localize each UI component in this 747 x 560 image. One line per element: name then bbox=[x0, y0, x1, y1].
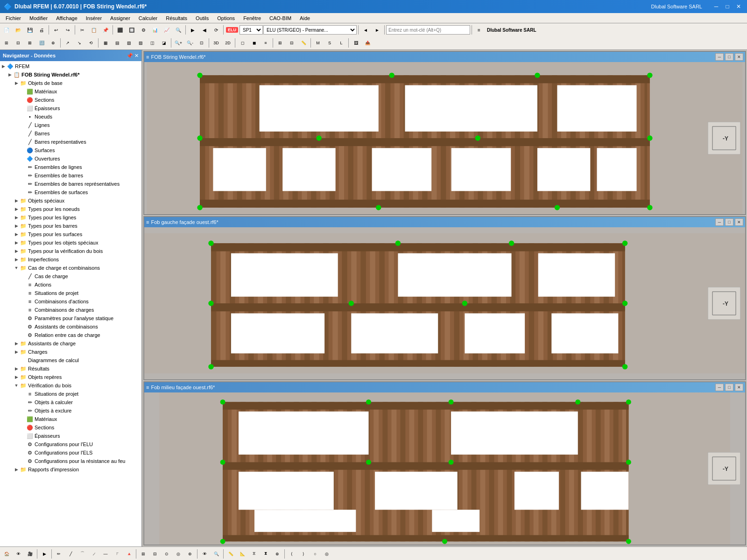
tree-item-7[interactable]: ╱Lignes bbox=[0, 121, 141, 129]
tree-item-15[interactable]: ✏Ensembles de surfaces bbox=[0, 188, 141, 196]
tb2-2d[interactable]: 2D bbox=[222, 38, 233, 48]
menu-affichage[interactable]: Affichage bbox=[52, 14, 81, 23]
tb2-btn4[interactable]: 🔢 bbox=[36, 38, 47, 48]
tb2-material[interactable]: M bbox=[312, 38, 324, 48]
tb-btn12[interactable]: ⟳ bbox=[211, 25, 222, 35]
bt-view2[interactable]: 🔍 bbox=[211, 549, 222, 559]
tb2-btn2[interactable]: ⊟ bbox=[13, 38, 24, 48]
tree-item-11[interactable]: 🔷Ouvertures bbox=[0, 154, 141, 163]
tree-item-26[interactable]: ≡Actions bbox=[0, 280, 141, 289]
tb2-snap[interactable]: ⊞ bbox=[275, 38, 286, 48]
menu-outils[interactable]: Outils bbox=[192, 14, 212, 23]
bt-nav1[interactable]: ⟨ bbox=[286, 549, 297, 559]
tb2-zoom-out[interactable]: 🔍- bbox=[184, 38, 196, 48]
tb-btn6[interactable]: ⚙ bbox=[138, 25, 149, 35]
tb2-grid[interactable]: ⊟ bbox=[286, 38, 297, 48]
bt-draw4[interactable]: ⟋ bbox=[88, 549, 99, 559]
tree-item-13[interactable]: ✏Ensembles de barres bbox=[0, 171, 141, 180]
bt-btn1[interactable]: 🏠 bbox=[1, 549, 12, 559]
tb-btn9[interactable]: 🔍 bbox=[173, 25, 184, 35]
tree-item-18[interactable]: ▶📁Types pour les lignes bbox=[0, 213, 141, 222]
menu-cao-bim[interactable]: CAO-BIM bbox=[266, 14, 295, 23]
tree-item-8[interactable]: ╱Barres bbox=[0, 129, 141, 138]
sw-minimize-2[interactable]: ─ bbox=[715, 218, 724, 226]
tree-item-36[interactable]: ▶📁Résultats bbox=[0, 364, 141, 373]
tb-btn5[interactable]: 🔲 bbox=[126, 25, 137, 35]
tb-btn10[interactable]: ▶ bbox=[187, 25, 198, 35]
tb2-render[interactable]: 🖼 bbox=[350, 38, 361, 48]
tb-copy[interactable]: 📋 bbox=[88, 25, 99, 35]
tree-item-32[interactable]: ⚙Relation entre cas de charge bbox=[0, 331, 141, 339]
sw-minimize-3[interactable]: ─ bbox=[715, 384, 724, 391]
sw-close-2[interactable]: ✕ bbox=[735, 218, 743, 226]
bt-draw1[interactable]: ✏ bbox=[53, 549, 64, 559]
tree-item-33[interactable]: ▶📁Assistants de charge bbox=[0, 339, 141, 348]
bt-modify3[interactable]: ⊙ bbox=[161, 549, 172, 559]
tree-item-12[interactable]: ✏Ensembles de lignes bbox=[0, 163, 141, 171]
tree-item-17[interactable]: ▶📁Types pour les noeuds bbox=[0, 205, 141, 213]
tree-item-2[interactable]: ▶📁Objets de base bbox=[0, 79, 141, 87]
bt-modify4[interactable]: ◎ bbox=[173, 549, 184, 559]
tree-item-1[interactable]: ▶📋FOB Stiring Wendel.rf6* bbox=[0, 70, 141, 79]
tree-item-44[interactable]: ⬜Épaisseurs bbox=[0, 432, 141, 440]
bt-draw6[interactable]: ⟌ bbox=[112, 549, 123, 559]
tree-item-35[interactable]: Diagrammes de calcul bbox=[0, 356, 141, 364]
search-input[interactable] bbox=[386, 25, 470, 35]
bt-draw5[interactable]: — bbox=[100, 549, 111, 559]
tb2-btn14[interactable]: ◪ bbox=[158, 38, 169, 48]
menu-fichier[interactable]: Fichier bbox=[2, 14, 25, 23]
maximize-button[interactable]: □ bbox=[723, 2, 732, 11]
tb-new[interactable]: 📄 bbox=[1, 25, 12, 35]
menu-options[interactable]: Options bbox=[213, 14, 239, 23]
tb-arrow-next[interactable]: ► bbox=[372, 25, 383, 35]
tree-item-43[interactable]: 🔴Sections bbox=[0, 423, 141, 432]
tree-item-19[interactable]: ▶📁Types pour les barres bbox=[0, 222, 141, 230]
tb2-btn9[interactable]: ▦ bbox=[100, 38, 111, 48]
tree-item-10[interactable]: 🔵Surfaces bbox=[0, 146, 141, 154]
bt-meas3[interactable]: ⧖ bbox=[248, 549, 260, 559]
sw-maximize-2[interactable]: □ bbox=[725, 218, 733, 226]
bt-select[interactable]: ▶ bbox=[39, 549, 50, 559]
tb-save[interactable]: 💾 bbox=[24, 25, 35, 35]
tb2-hide[interactable]: ◻ bbox=[237, 38, 248, 48]
sw-maximize-3[interactable]: □ bbox=[725, 384, 733, 391]
tb-cut[interactable]: ✂ bbox=[77, 25, 88, 35]
close-button[interactable]: ✕ bbox=[734, 2, 743, 11]
bt-draw2[interactable]: ╱ bbox=[65, 549, 76, 559]
tb2-section[interactable]: S bbox=[324, 38, 335, 48]
tree-item-30[interactable]: ⚙Paramètres pour l'analyse statique bbox=[0, 314, 141, 322]
tree-item-40[interactable]: ✏Objets à calculer bbox=[0, 398, 141, 406]
tb2-load[interactable]: L bbox=[336, 38, 347, 48]
tree-item-4[interactable]: 🔴Sections bbox=[0, 96, 141, 104]
tb-redo[interactable]: ↪ bbox=[62, 25, 73, 35]
nav-pin-button[interactable]: 📌 bbox=[127, 53, 133, 59]
tb2-btn7[interactable]: ↘ bbox=[74, 38, 85, 48]
tb2-btn6[interactable]: ↗ bbox=[62, 38, 73, 48]
tb2-btn8[interactable]: ⟲ bbox=[85, 38, 97, 48]
tb-undo[interactable]: ↩ bbox=[50, 25, 62, 35]
bt-nav4[interactable]: ◎ bbox=[321, 549, 332, 559]
menu-modifier[interactable]: Modifier bbox=[26, 14, 51, 23]
tb-arrow-prev[interactable]: ◄ bbox=[360, 25, 371, 35]
bt-btn2[interactable]: 👁 bbox=[13, 549, 24, 559]
tb-print[interactable]: 🖨 bbox=[36, 25, 47, 35]
bt-nav2[interactable]: ⟩ bbox=[298, 549, 309, 559]
tb2-btn11[interactable]: ▧ bbox=[123, 38, 134, 48]
tb2-filter[interactable]: ≡ bbox=[260, 38, 271, 48]
tree-item-37[interactable]: ▶📁Objets repères bbox=[0, 373, 141, 381]
tree-item-42[interactable]: 🟩Matériaux bbox=[0, 415, 141, 423]
menu-fenetre[interactable]: Fenêtre bbox=[240, 14, 265, 23]
tree-item-29[interactable]: ≡Combinaisons de charges bbox=[0, 306, 141, 314]
tree-item-38[interactable]: ▼📁Vérification du bois bbox=[0, 381, 141, 390]
tb-settings[interactable]: ≡ bbox=[473, 25, 485, 35]
bt-btn3[interactable]: 🎥 bbox=[24, 549, 35, 559]
tb2-btn13[interactable]: ◫ bbox=[147, 38, 158, 48]
bt-modify5[interactable]: ⊛ bbox=[184, 549, 196, 559]
tree-item-46[interactable]: ⚙Configurations pour l'ELS bbox=[0, 448, 141, 457]
tree-item-28[interactable]: ≡Combinaisons d'actions bbox=[0, 297, 141, 306]
bt-meas2[interactable]: 📐 bbox=[237, 549, 248, 559]
tree-item-23[interactable]: ▶📁Imperfections bbox=[0, 255, 141, 264]
load-type-combo[interactable]: ELU (STR/GEO) - Permane... bbox=[263, 25, 357, 35]
tree-item-5[interactable]: ⬜Épaisseurs bbox=[0, 104, 141, 112]
tb2-btn5[interactable]: ⊕ bbox=[48, 38, 59, 48]
